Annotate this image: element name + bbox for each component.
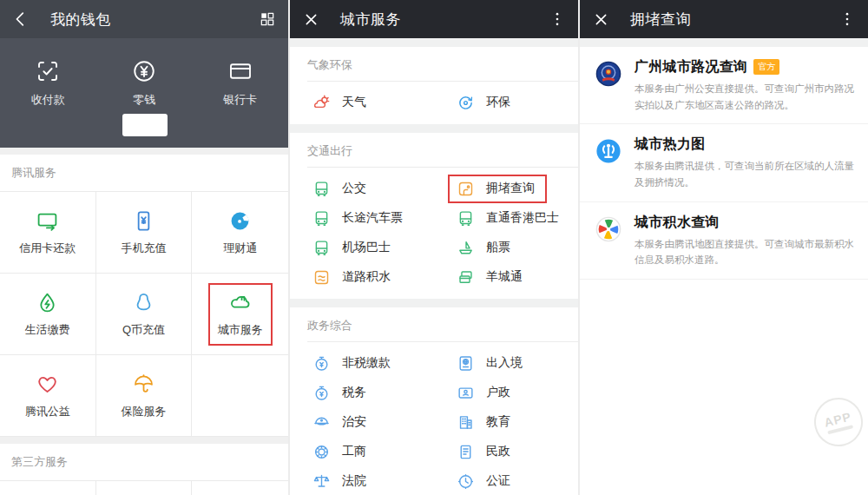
grid-item-empty	[96, 481, 193, 495]
city-item-bus[interactable]: 机场巴士	[290, 233, 434, 262]
watermark: APP	[809, 393, 868, 452]
city-item-congestion-road[interactable]: 拥堵查询	[434, 174, 578, 203]
passport-icon	[457, 354, 475, 373]
qq-icon	[132, 291, 155, 314]
city-item-notary[interactable]: 公证	[434, 466, 578, 495]
wealth-icon	[228, 209, 252, 233]
bus-icon	[457, 209, 475, 228]
service-row: 道路积水羊城通	[290, 262, 578, 292]
scan-pay-icon	[35, 58, 61, 84]
grid-item-credit-card[interactable]: 信用卡还款	[0, 192, 96, 274]
city-item-bus[interactable]: 公交	[290, 174, 434, 203]
service-row: 法院公证	[290, 466, 578, 495]
kebab-menu-icon[interactable]	[838, 10, 857, 29]
yct-card-icon	[457, 268, 475, 287]
service-item-heatmap[interactable]: 城市热力图本服务由腾讯提供，可查询当前所在区域的人流量及拥挤情况。	[580, 124, 868, 201]
section-gap	[290, 299, 578, 307]
close-icon[interactable]	[301, 10, 320, 29]
city-item-yct-card[interactable]: 羊城通	[434, 262, 578, 292]
page-title: 城市服务	[340, 10, 548, 30]
city-item-label: 船票	[486, 240, 510, 255]
city-item-label: 道路积水	[342, 269, 391, 285]
grid-item-city-service[interactable]: 城市服务	[192, 274, 288, 355]
grid-item-utility[interactable]: 生活缴费	[0, 274, 96, 355]
grid-item-qq[interactable]: Q币充值	[96, 274, 193, 355]
grid-item-wealth[interactable]: 理财通	[192, 192, 288, 274]
grid-item-empty	[0, 481, 96, 495]
phone-recharge-icon	[132, 209, 155, 233]
credit-card-icon	[36, 209, 59, 233]
grid-item-label: Q币充值	[122, 322, 165, 338]
city-item-edu-building[interactable]: 教育	[434, 407, 578, 437]
city-item-label: 出入境	[486, 355, 523, 371]
city-item-passport[interactable]: 出入境	[434, 348, 578, 378]
congestion-header: 拥堵查询	[580, 0, 868, 38]
city-item-label: 民政	[486, 444, 510, 459]
city-item-civil-doc[interactable]: 民政	[434, 437, 578, 466]
city-item-bus[interactable]: 直通香港巴士	[434, 203, 578, 233]
gauge-icon	[312, 354, 331, 373]
court-scales-icon	[312, 472, 331, 491]
id-card-icon	[457, 384, 475, 402]
utility-icon	[36, 291, 59, 314]
service-title: 城市热力图	[635, 136, 706, 151]
kebab-menu-icon[interactable]	[548, 10, 567, 29]
city-item-road-water[interactable]: 道路积水	[290, 262, 434, 292]
change-tooltip	[122, 114, 168, 136]
city-item-court-scales[interactable]: 法院	[290, 466, 434, 495]
service-item-map-pinwheel[interactable]: 城市积水查询本服务由腾讯地图直接提供。可查询城市最新积水信息及易积水道路。	[580, 202, 868, 279]
back-icon[interactable]	[11, 10, 30, 29]
gauge-icon	[312, 384, 331, 402]
action-label: 收付款	[31, 92, 65, 108]
city-item-police-cap[interactable]: 治安	[290, 407, 434, 437]
service-row: 非税缴款出入境	[290, 348, 578, 378]
service-row: 长途汽车票直通香港巴士	[290, 203, 578, 233]
map-pinwheel-icon	[594, 214, 623, 244]
grid-item-label: 手机充值	[121, 241, 166, 256]
official-badge: 官方	[753, 59, 779, 75]
city-item-label: 天气	[342, 95, 366, 110]
city-item-gauge[interactable]: 税务	[290, 378, 434, 407]
section-gap	[0, 148, 288, 155]
city-item-label: 环保	[486, 95, 510, 110]
city-item-label: 长途汽车票	[342, 210, 403, 226]
city-item-label: 公证	[486, 473, 510, 489]
city-item-seal[interactable]: 工商	[290, 437, 434, 466]
city-item-label: 税务	[342, 385, 366, 400]
city-section: 交通出行公交拥堵查询长途汽车票直通香港巴士机场巴士船票道路积水羊城通	[290, 133, 578, 299]
police-badge-icon	[594, 59, 623, 89]
city-item-eco[interactable]: 环保	[434, 88, 578, 117]
city-item-weather[interactable]: 天气	[290, 88, 434, 117]
police-cap-icon	[312, 413, 331, 432]
wallet-header: 我的钱包	[0, 0, 288, 38]
city-item-label: 直通香港巴士	[486, 210, 559, 226]
section-label: 腾讯服务	[0, 155, 288, 191]
service-description: 本服务由广州公安直接提供。可查询广州市内路况实拍以及广东地区高速公路的路况。	[635, 81, 859, 113]
edu-building-icon	[457, 413, 475, 432]
wallet-action-scan-pay[interactable]: 收付款	[0, 38, 96, 148]
close-icon[interactable]	[591, 10, 610, 29]
page-title: 拥堵查询	[630, 10, 838, 30]
notary-icon	[457, 472, 475, 491]
grid4-icon[interactable]	[258, 10, 277, 29]
city-item-label: 工商	[342, 444, 366, 459]
grid-item-phone-recharge[interactable]: 手机充值	[96, 192, 193, 274]
section-gap	[0, 437, 288, 444]
wallet-action-bank-card[interactable]: 银行卡	[192, 38, 288, 148]
congestion-panel: 拥堵查询 广州城市路况查询官方本服务由广州公安直接提供。可查询广州市内路况实拍以…	[580, 0, 868, 495]
grid-item-insurance[interactable]: 保险服务	[96, 355, 193, 437]
section-label: 气象环保	[290, 57, 578, 81]
service-description: 本服务由腾讯地图直接提供。可查询城市最新积水信息及易积水道路。	[635, 236, 859, 268]
insurance-icon	[132, 373, 155, 396]
city-item-label: 拥堵查询	[486, 181, 535, 196]
city-item-gauge[interactable]: 非税缴款	[290, 348, 434, 378]
congestion-road-icon	[457, 180, 475, 198]
section-label: 交通出行	[290, 143, 578, 167]
grid-item-charity-heart[interactable]: 腾讯公益	[0, 355, 96, 437]
city-item-bus[interactable]: 长途汽车票	[290, 203, 434, 233]
service-item-police-badge[interactable]: 广州城市路况查询官方本服务由广州公安直接提供。可查询广州市内路况实拍以及广东地区…	[580, 47, 868, 123]
city-services-panel: 城市服务 气象环保天气环保交通出行公交拥堵查询长途汽车票直通香港巴士机场巴士船票…	[290, 0, 578, 495]
city-item-boat[interactable]: 船票	[434, 233, 578, 262]
city-item-id-card[interactable]: 户政	[434, 378, 578, 407]
city-item-label: 户政	[486, 385, 510, 400]
